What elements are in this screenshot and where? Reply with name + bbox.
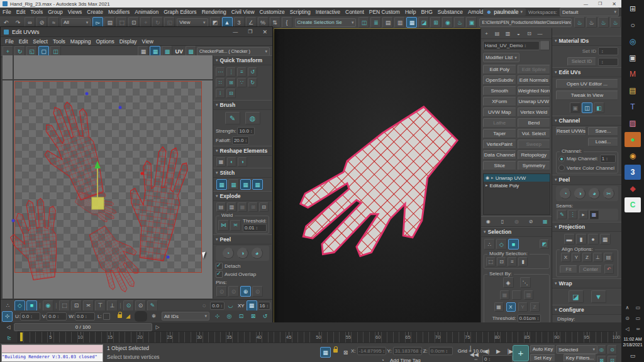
vertex-color-radio[interactable] — [558, 165, 565, 171]
pin-move-icon[interactable]: ⊕ — [240, 286, 251, 297]
modifier-button-xform[interactable]: XForm — [483, 97, 516, 106]
time-slider[interactable]: 0 / 100 — [14, 323, 152, 331]
graph-editor-icon[interactable]: ▦ — [406, 17, 417, 28]
curve-editor-icon[interactable]: ◪ — [418, 17, 429, 28]
align-icon[interactable]: ≣ — [370, 17, 381, 28]
pen-add-icon[interactable]: + — [482, 29, 491, 38]
taskbar-gmail-icon[interactable]: M — [625, 67, 641, 82]
axis-z-icon[interactable]: Z — [530, 302, 540, 312]
align-normal-icon[interactable]: ⊥ — [593, 253, 602, 262]
loop-sel-icon[interactable]: ▮ — [518, 257, 528, 266]
z-coord-field[interactable]: 0.0cm — [429, 347, 453, 355]
render-online-icon[interactable]: ♨ — [598, 17, 609, 28]
grow-sel-icon[interactable]: ⬚ — [486, 257, 496, 266]
uv-menu-mapping[interactable]: Mapping — [68, 38, 94, 45]
uv-menu-select[interactable]: Select — [30, 38, 50, 45]
angle-box-icon[interactable] — [512, 290, 521, 300]
axis-x-icon[interactable]: X — [506, 302, 516, 312]
taskbar-cortana-icon[interactable]: ◎ — [625, 34, 641, 49]
planar-map-icon[interactable]: ▬ — [564, 234, 575, 244]
key-mode-icon[interactable]: ⇔ — [471, 354, 480, 362]
taskbar-campaign-icon[interactable]: C — [625, 197, 641, 212]
modifier-button-lathe[interactable]: Lathe — [483, 118, 516, 128]
menu-rendering[interactable]: Rendering — [199, 8, 229, 16]
modifier-button-unwrap-uvw[interactable]: Unwrap UVW — [518, 97, 551, 106]
stack-item-unwrap-uvw[interactable]: ◉▸Unwrap UVW — [484, 174, 550, 182]
stitch-source-icon[interactable]: ▦ — [240, 179, 251, 190]
seam-convert-icon[interactable]: ▸ — [579, 210, 588, 219]
pen-disc-icon[interactable]: ◒ — [514, 29, 523, 38]
tray-expand-icon[interactable]: ∧ — [623, 303, 632, 312]
menu-create[interactable]: Create — [84, 8, 106, 16]
wrap-relax-icon[interactable]: ▼ — [591, 290, 606, 303]
soft-selection-icon[interactable]: ◩ — [540, 239, 549, 249]
pan-hand-icon[interactable]: ⊹ — [212, 311, 223, 322]
side-pelt-icon[interactable]: ◕ — [589, 188, 600, 199]
align-h-icon[interactable]: ≍ — [83, 300, 94, 311]
taskbar-max-3-icon[interactable]: 3 — [625, 165, 641, 180]
modifier-button-symmetry[interactable]: Symmetry — [518, 161, 551, 170]
zoom-all-icon[interactable]: ⊙ — [608, 345, 617, 354]
load-button[interactable]: Load... — [588, 138, 618, 146]
zoom-region-icon[interactable]: ⊡ — [236, 311, 247, 322]
linear-h-icon[interactable]: ≡ — [237, 67, 247, 77]
s3-icon[interactable]: | — [119, 301, 122, 310]
zoom-vp-icon[interactable]: ◎ — [597, 345, 606, 354]
menu-content[interactable]: Content — [343, 8, 367, 16]
modifier-button-weighted-normals[interactable]: Weighted Normals — [518, 86, 551, 96]
open-uv-editor-button[interactable]: Open UV Editor ... — [556, 79, 618, 89]
material-id-filter-dropdown[interactable]: All IDs — [162, 312, 209, 321]
layer-explorer-icon[interactable]: ▤ — [382, 17, 393, 28]
taskbar-teams-icon[interactable]: T — [625, 99, 641, 114]
grow-selection-icon[interactable]: ⬚ — [59, 300, 70, 311]
align-horizontal-icon[interactable]: ⋯ — [216, 67, 225, 77]
linear-v-icon[interactable]: ⦙ — [216, 89, 225, 98]
menu-bhg[interactable]: BHG — [418, 8, 435, 16]
selection-set-key-dropdown[interactable]: Selected — [556, 345, 597, 354]
coord-display-icon[interactable]: ⊠ — [340, 347, 351, 358]
track-bar[interactable]: 5101520253035404550556065707580859095100 — [18, 331, 614, 343]
uv-menu-options[interactable]: Options — [93, 38, 116, 45]
maximize-button[interactable]: ❐ — [593, 1, 607, 6]
pin-d-icon[interactable]: ⊙ — [252, 286, 263, 297]
taskbar-explorer-icon[interactable]: ▤ — [625, 83, 641, 98]
pen-grid-icon[interactable]: ▤ — [492, 29, 502, 38]
schematic-view-icon[interactable]: ⊞ — [430, 17, 441, 28]
reshape-right-icon[interactable]: ◑ — [238, 157, 247, 167]
uv-minimize-button[interactable]: — — [228, 29, 243, 35]
tray-volume-icon[interactable]: ◁ — [623, 324, 632, 334]
reset-uvws-button[interactable]: Reset UVWs — [556, 127, 586, 136]
align-grid-icon[interactable]: ⊟ — [226, 89, 236, 98]
lock-icon[interactable] — [118, 314, 122, 318]
modifier-button-opensubdiv[interactable]: OpenSubdiv — [483, 75, 516, 85]
weld-together-icon[interactable]: ≍ — [230, 220, 241, 231]
modifier-button-vol-select[interactable]: Vol. Select — [518, 129, 551, 138]
isolate-toggle-icon[interactable]: ▦ — [320, 347, 331, 358]
render-setup-icon[interactable]: ♨ — [454, 17, 465, 28]
ring-sel-icon[interactable]: ≡ — [508, 257, 517, 266]
space-h-icon[interactable]: ∷ — [216, 78, 225, 87]
pin-tool-icon[interactable]: ⊙ — [123, 300, 134, 311]
pen-min-icon[interactable]: — — [535, 29, 545, 38]
s2-icon[interactable]: | — [55, 301, 58, 310]
rollout-peel[interactable]: ▾Peel — [213, 234, 272, 244]
minimize-button[interactable]: — — [579, 2, 593, 6]
relax-brush-icon[interactable]: ◍ — [245, 112, 260, 124]
uv-transform-b-icon[interactable]: ◫ — [582, 102, 592, 113]
menu-scripting[interactable]: Scripting — [287, 8, 313, 16]
listener-pink-line[interactable] — [1, 344, 103, 353]
cylinder-map-icon[interactable]: ▮ — [576, 234, 587, 244]
menu-modifiers[interactable]: Modifiers — [106, 8, 132, 16]
taskbar-spotify-icon[interactable]: ● — [625, 132, 641, 147]
reshape-left-icon[interactable]: ◐ — [227, 157, 236, 167]
pin-stack-icon[interactable]: ◉ — [484, 217, 493, 226]
menu-tools[interactable]: Tools — [28, 8, 45, 16]
rollout-selection[interactable]: ▾Selection — [481, 227, 552, 237]
menu-arnold[interactable]: Arnold — [465, 8, 483, 16]
stack-eye-icon[interactable]: ◉ — [486, 175, 489, 180]
v-spinner[interactable]: 0.0 — [47, 312, 67, 321]
uv-menu-file[interactable]: File — [3, 38, 16, 45]
set-key-button[interactable]: Set Key — [530, 354, 555, 362]
current-frame-field[interactable]: 0 — [482, 355, 513, 362]
y-coord-field[interactable]: 31.183768 — [393, 347, 422, 355]
